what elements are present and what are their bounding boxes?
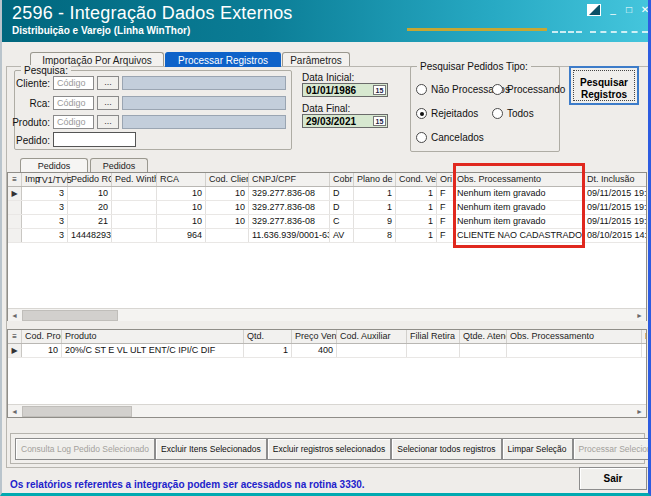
grid-cell[interactable]: Nenhum item gravado — [454, 201, 584, 214]
grid-cell[interactable]: F — [437, 201, 454, 214]
grid-cell[interactable]: 10 — [157, 201, 206, 214]
processar-selecionados-button[interactable]: Processar Selecionados — [573, 438, 651, 460]
grid-cell[interactable]: 329.277.836-08 — [249, 187, 330, 200]
tab-processar-registros[interactable]: Processar Registros — [165, 52, 281, 67]
grid-cell[interactable] — [507, 344, 642, 357]
grid-cell[interactable]: Nenhum item gravado — [454, 187, 584, 200]
grid-selector-icon[interactable]: ≡ — [8, 173, 22, 186]
grid-cell[interactable]: 1 — [396, 187, 437, 200]
column-header[interactable]: Obs. Processamento — [507, 330, 642, 343]
scrollbar-thumb[interactable] — [22, 310, 118, 321]
calendar-icon[interactable]: 15 — [373, 116, 386, 126]
grid-cell[interactable]: 08/10/2015 14:51 — [584, 229, 647, 242]
grid-cell[interactable] — [337, 344, 407, 357]
column-header[interactable]: Produto — [62, 330, 244, 343]
minimize-icon[interactable]: _ — [606, 4, 620, 16]
grid-cell[interactable]: 11.636.939/0001-63 — [249, 229, 330, 242]
grid-cell[interactable]: CLIENTE NAO CADASTRADO OU EX — [454, 229, 584, 242]
column-header[interactable]: Obs. Processamento — [454, 173, 584, 186]
table-row[interactable]: 3144482930696411.636.939/0001-63AV81FCLI… — [8, 229, 646, 243]
orders-grid-hscrollbar[interactable]: ◄ ► — [8, 308, 646, 321]
grid-cell[interactable]: D — [330, 201, 354, 214]
grid-cell[interactable] — [460, 344, 507, 357]
grid-cell[interactable]: 400 — [292, 344, 337, 357]
restore-icon[interactable] — [587, 4, 601, 16]
radio-rejeitados[interactable]: Rejeitados — [416, 108, 478, 120]
tab-parametros[interactable]: Parâmetros — [282, 52, 350, 67]
calendar-icon[interactable]: 15 — [373, 85, 386, 95]
column-header[interactable]: Qtde. Atenc — [460, 330, 507, 343]
grid-cell[interactable]: D — [330, 187, 354, 200]
scroll-right-icon[interactable]: ► — [633, 309, 646, 322]
grid-cell[interactable] — [206, 229, 249, 242]
scroll-left-icon[interactable]: ◄ — [8, 405, 21, 418]
grid-cell[interactable]: 1 — [244, 344, 292, 357]
grid-cell[interactable]: 964 — [157, 229, 206, 242]
grid-cell[interactable]: 1444829306 — [68, 229, 112, 242]
column-header[interactable]: Cod. Prod. — [22, 330, 62, 343]
grid-cell[interactable]: 1 — [396, 229, 437, 242]
column-header[interactable]: Cond. Vend: — [396, 173, 437, 186]
grid-cell[interactable]: 20%/C ST E VL ULT ENT/C IPI/C DIF — [62, 344, 244, 357]
rca-browse-button[interactable]: ... — [97, 96, 119, 110]
grid-cell[interactable]: 1 — [354, 187, 396, 200]
grid-cell[interactable] — [112, 201, 157, 214]
grid-cell[interactable]: 10 — [206, 215, 249, 228]
rca-code-input[interactable]: Código — [53, 96, 94, 110]
column-header[interactable]: Qtd. — [244, 330, 292, 343]
column-header[interactable]: Ori — [437, 173, 454, 186]
grid-cell[interactable]: 09/11/2015 19:02 — [584, 215, 647, 228]
column-header[interactable]: Dt. Inclusão — [584, 173, 647, 186]
limpar-selecao-button[interactable]: Limpar Seleção — [502, 438, 573, 460]
radio-cancelados[interactable]: Cancelados — [416, 132, 484, 144]
column-header[interactable]: CNPJ/CPF — [249, 173, 330, 186]
grid-cell[interactable]: 329.277.836-08 — [249, 201, 330, 214]
grid-cell[interactable]: 10 — [206, 201, 249, 214]
grid-tab-pedidos-tv14[interactable]: Pedidos TV14 — [90, 158, 148, 172]
grid-cell[interactable]: C — [330, 215, 354, 228]
grid-cell[interactable]: F — [437, 187, 454, 200]
column-header[interactable]: Preço Venda — [292, 330, 337, 343]
grid-cell[interactable]: 3 — [22, 187, 68, 200]
column-header[interactable]: Cod. Cliente — [206, 173, 249, 186]
grid-cell[interactable]: 1 — [396, 201, 437, 214]
grid-cell[interactable]: 9 — [354, 215, 396, 228]
grid-cell[interactable]: 10 — [206, 187, 249, 200]
produto-code-input[interactable]: Código — [53, 115, 94, 129]
column-header[interactable]: Emb. — [642, 330, 647, 343]
grid-selector-icon[interactable]: ≡ — [8, 330, 22, 343]
grid-cell[interactable]: 10 — [157, 215, 206, 228]
grid-cell[interactable]: 20 — [68, 201, 112, 214]
grid-cell[interactable] — [112, 187, 157, 200]
data-final-field[interactable]: 29/03/2021 15 — [302, 114, 388, 128]
column-header[interactable]: Cobr — [330, 173, 354, 186]
grid-cell[interactable] — [112, 215, 157, 228]
radio-todos[interactable]: Todos — [492, 108, 534, 120]
grid-cell[interactable] — [407, 344, 460, 357]
scrollbar-thumb[interactable] — [22, 406, 132, 417]
sair-button[interactable]: Sair — [579, 467, 647, 490]
table-row[interactable]: ▶1020%/C ST E VL ULT ENT/C IPI/C DIF1400 — [8, 344, 646, 358]
grid-cell[interactable]: 3 — [22, 201, 68, 214]
excluir-registros-selecionados-button[interactable]: Excluir registros selecionados — [267, 438, 391, 460]
grid-tab-pedidos-tv1-tv5[interactable]: Pedidos TV1/TV5 — [20, 158, 88, 172]
grid-cell[interactable]: 3 — [22, 229, 68, 242]
consulta-log-pedido-button[interactable]: Consulta Log Pedido Selecionado — [15, 438, 155, 460]
grid-cell[interactable]: 10 — [22, 344, 62, 357]
grid-cell[interactable]: 10 — [157, 187, 206, 200]
radio-processando[interactable]: Processando — [492, 84, 565, 96]
cliente-code-input[interactable]: Código — [53, 76, 94, 90]
grid-cell[interactable]: 1 — [396, 215, 437, 228]
pedido-input[interactable] — [53, 132, 136, 147]
scroll-left-icon[interactable]: ◄ — [8, 309, 21, 322]
column-header[interactable]: Plano de Pgt — [354, 173, 396, 186]
selecionar-todos-registros-button[interactable]: Selecionar todos registros — [391, 438, 501, 460]
scroll-right-icon[interactable]: ► — [633, 405, 646, 418]
maximize-icon[interactable]: □ — [622, 4, 636, 16]
column-header[interactable]: RCA — [157, 173, 206, 186]
items-grid-hscrollbar[interactable]: ◄ ► — [8, 404, 646, 417]
grid-cell[interactable]: 1 — [354, 201, 396, 214]
column-header[interactable]: Ped. Wintho — [112, 173, 157, 186]
table-row[interactable]: 3201010329.277.836-08D11FNenhum item gra… — [8, 201, 646, 215]
grid-cell[interactable]: 09/11/2015 19:04 — [584, 201, 647, 214]
